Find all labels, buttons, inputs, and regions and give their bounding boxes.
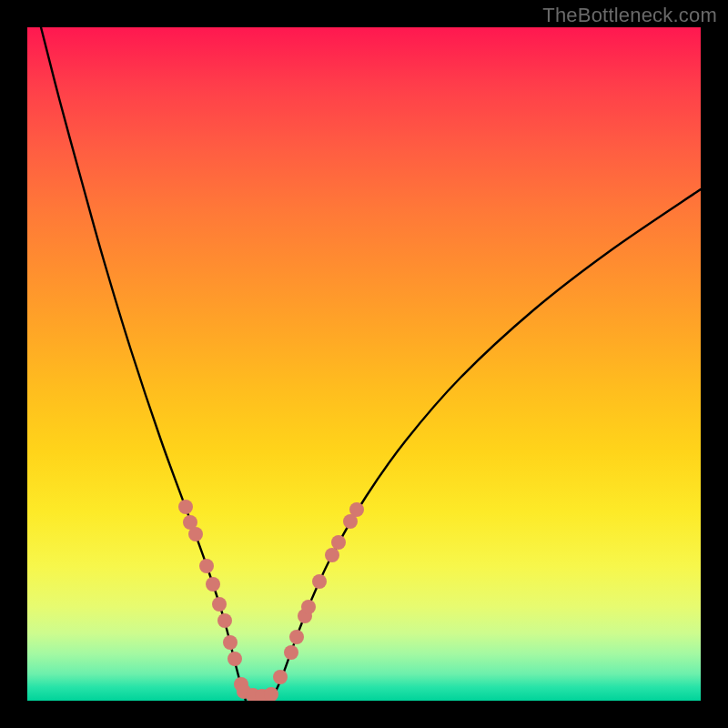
plot-area	[27, 27, 701, 701]
data-point	[228, 652, 242, 666]
data-point	[188, 527, 203, 541]
chart-container: TheBottleneck.com	[0, 0, 728, 728]
chart-svg	[27, 27, 701, 701]
data-point	[199, 559, 214, 573]
data-point	[312, 574, 327, 589]
watermark-text: TheBottleneck.com	[542, 4, 717, 27]
data-point	[273, 670, 288, 684]
data-point	[178, 500, 193, 514]
curve-curve-right	[271, 189, 701, 701]
data-point	[289, 630, 304, 644]
scatter-group	[178, 500, 364, 701]
data-point	[212, 597, 227, 612]
data-point	[349, 502, 364, 517]
data-point	[325, 548, 339, 562]
data-point	[284, 645, 298, 660]
data-point	[206, 577, 220, 592]
data-point	[223, 635, 238, 650]
data-point	[331, 535, 346, 550]
data-point	[217, 613, 232, 628]
data-point	[301, 600, 316, 614]
curve-group	[41, 27, 701, 701]
